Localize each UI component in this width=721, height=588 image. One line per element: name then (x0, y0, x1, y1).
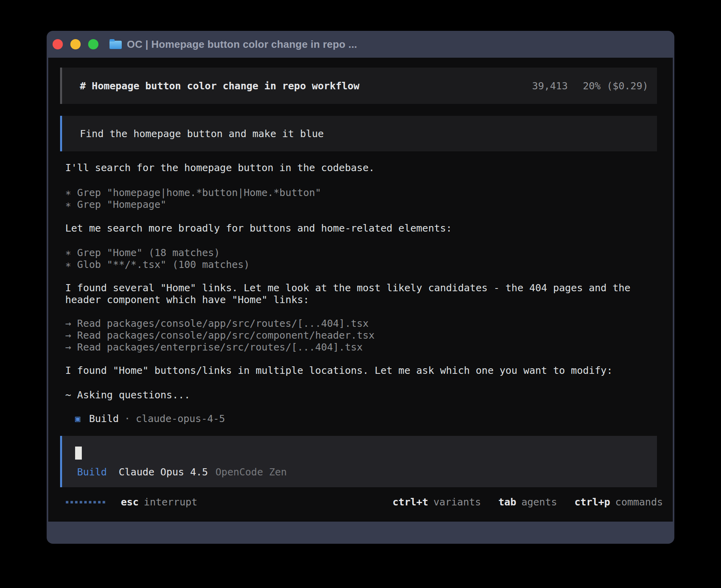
window-title: OC | Homepage button color change in rep… (127, 38, 357, 51)
editor-meta: Build Claude Opus 4.5 OpenCode Zen (77, 466, 287, 478)
prompt-editor[interactable]: Build Claude Opus 4.5 OpenCode Zen (60, 436, 657, 487)
status-text: ~ Asking questions... (65, 389, 190, 401)
assistant-text: Let me search more broadly for buttons a… (65, 222, 452, 234)
tool-call-read: → Read packages/enterprise/src/routes/[.… (65, 341, 363, 353)
token-count: 39,413 (532, 80, 568, 92)
tool-call-grep: ∗ Grep "Homepage" (65, 199, 166, 211)
hint-label: agents (521, 496, 557, 508)
tool-call-grep: ∗ Grep "Home" (18 matches) (65, 247, 220, 259)
hint-agents: tab agents (498, 496, 557, 508)
provider-indicator: OpenCode Zen (215, 466, 287, 478)
user-message: Find the homepage button and make it blu… (60, 116, 657, 151)
agent-build-icon: ▣ (75, 413, 80, 425)
agent-name: Build (89, 413, 119, 425)
hint-variants: ctrl+t variants (393, 496, 481, 508)
model-indicator[interactable]: Claude Opus 4.5 (119, 466, 208, 478)
agent-separator: · (125, 413, 130, 425)
folder-icon (109, 41, 122, 49)
status-bar: ▪▪▪▪▪▪▪▪▪ esc interrupt ctrl+t variants … (65, 496, 663, 508)
mode-indicator[interactable]: Build (77, 466, 107, 478)
assistant-text: header component which have "Home" links… (65, 294, 309, 306)
terminal-window: OC | Homepage button color change in rep… (47, 31, 674, 544)
session-title: # Homepage button color change in repo w… (80, 80, 359, 92)
minimize-button[interactable] (70, 39, 81, 49)
esc-key-hint: esc (121, 496, 139, 508)
hint-label: commands (615, 496, 663, 508)
spinner-dots-icon: ▪▪▪▪▪▪▪▪▪ (65, 496, 107, 508)
close-button[interactable] (53, 39, 63, 49)
hint-label: variants (433, 496, 481, 508)
text-cursor (75, 447, 82, 460)
assistant-text: I'll search for the homepage button in t… (65, 162, 375, 174)
status-left: ▪▪▪▪▪▪▪▪▪ esc interrupt (65, 496, 197, 508)
status-right: ctrl+t variants tab agents ctrl+p comman… (393, 496, 663, 508)
hint-commands: ctrl+p commands (574, 496, 663, 508)
tool-call-glob: ∗ Glob "**/*.tsx" (100 matches) (65, 259, 250, 271)
esc-key-label: interrupt (144, 496, 197, 508)
agent-row: ▣ Build · claude-opus-4-5 (75, 413, 225, 425)
user-message-text: Find the homepage button and make it blu… (80, 128, 324, 139)
assistant-text: I found several "Home" links. Let me loo… (65, 282, 630, 294)
hint-key: tab (498, 496, 516, 508)
hint-key: ctrl+t (393, 496, 428, 508)
window-titlebar[interactable]: OC | Homepage button color change in rep… (47, 31, 674, 58)
hint-key: ctrl+p (574, 496, 610, 508)
session-header: # Homepage button color change in repo w… (60, 68, 657, 104)
tool-call-read: → Read packages/console/app/src/routes/[… (65, 318, 369, 330)
zoom-button[interactable] (88, 39, 98, 49)
session-meta: 39,413 20% ($0.29) (532, 80, 648, 92)
terminal-content[interactable]: # Homepage button color change in repo w… (48, 58, 673, 522)
tool-call-grep: ∗ Grep "homepage|home.*button|Home.*butt… (65, 187, 321, 199)
agent-model: claude-opus-4-5 (136, 413, 225, 425)
tool-call-read: → Read packages/console/app/src/componen… (65, 330, 375, 341)
assistant-text: I found "Home" buttons/links in multiple… (65, 365, 613, 377)
traffic-lights (47, 39, 98, 49)
context-cost: 20% ($0.29) (583, 80, 648, 92)
